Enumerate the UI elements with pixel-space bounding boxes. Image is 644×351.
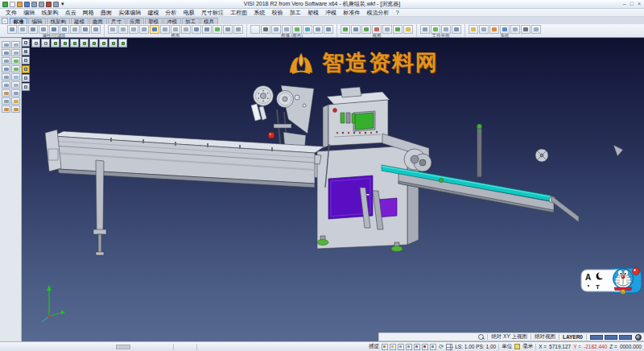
- move-tool-icon[interactable]: [2, 49, 10, 56]
- chamfer-icon[interactable]: [202, 25, 212, 34]
- materials-icon[interactable]: [313, 25, 323, 34]
- toolbar-collapse-button[interactable]: -: [2, 18, 8, 24]
- maximize-button[interactable]: □: [630, 1, 634, 6]
- menu-item[interactable]: 标准件: [340, 9, 363, 17]
- delete-tool-icon[interactable]: [11, 41, 20, 48]
- match-props-icon[interactable]: [18, 25, 27, 34]
- notes-tool-icon[interactable]: [2, 89, 10, 97]
- magnifier-icon[interactable]: [478, 334, 484, 340]
- open-file-icon[interactable]: [17, 2, 23, 7]
- solid-filter-button[interactable]: [22, 65, 30, 73]
- filter-curves-icon[interactable]: [60, 25, 69, 34]
- menu-item[interactable]: 冲模: [322, 9, 340, 17]
- workplane-reset-icon[interactable]: [452, 25, 461, 34]
- spline-icon[interactable]: [171, 25, 180, 34]
- scale-tool-icon[interactable]: [2, 57, 10, 64]
- shaded-mode-icon[interactable]: [250, 25, 260, 34]
- dynamic-section-icon[interactable]: [303, 25, 312, 34]
- arc-icon[interactable]: [139, 25, 149, 34]
- qat-customize-dropdown-icon[interactable]: ▾: [59, 1, 64, 7]
- menu-item[interactable]: 电极: [180, 9, 198, 17]
- rect-icon[interactable]: [150, 25, 159, 34]
- recent-files-icon[interactable]: [53, 2, 59, 7]
- verify-tool-icon[interactable]: [11, 57, 20, 64]
- close-button[interactable]: ×: [638, 1, 641, 6]
- 3d-viewport[interactable]: A 智造资料网: [22, 38, 644, 341]
- check-tool-icon[interactable]: [11, 65, 20, 72]
- ellipse-icon[interactable]: [181, 25, 191, 34]
- database-icon[interactable]: [479, 25, 489, 34]
- menu-item[interactable]: 分析: [163, 9, 180, 17]
- menu-item[interactable]: 塑模: [304, 9, 322, 17]
- toolbar-tab[interactable]: 冲模: [163, 18, 181, 24]
- workplane-color-swatch[interactable]: [590, 335, 603, 340]
- menu-item[interactable]: 尺寸标注: [198, 9, 227, 17]
- snap-measure-icon[interactable]: [430, 344, 436, 350]
- previous-view-icon[interactable]: [403, 25, 413, 34]
- window-layout-icon[interactable]: [500, 25, 510, 34]
- view-status[interactable]: 绝对视图: [535, 333, 555, 341]
- line-icon[interactable]: [118, 25, 128, 34]
- toolbar-tab[interactable]: 模具: [200, 18, 218, 24]
- filter-edges-icon[interactable]: [49, 25, 59, 34]
- minimize-button[interactable]: –: [623, 1, 626, 6]
- active-layer-label[interactable]: LAYER0: [563, 334, 583, 340]
- toolbar-tab[interactable]: 建模: [71, 18, 89, 24]
- section-tool-icon[interactable]: [11, 81, 20, 89]
- menu-item[interactable]: 系统: [250, 9, 268, 17]
- toolbar-tab[interactable]: 塑模: [145, 18, 163, 24]
- copy-tool-icon[interactable]: [2, 73, 10, 81]
- wireframe-mode-icon[interactable]: [271, 25, 281, 34]
- menu-item[interactable]: 工程图: [227, 9, 250, 17]
- front-view-button[interactable]: [70, 39, 79, 47]
- graphics-list-button[interactable]: [22, 39, 30, 47]
- select-props-icon[interactable]: [7, 25, 17, 34]
- menu-item[interactable]: 校验: [268, 9, 286, 17]
- workplane-3pt-icon[interactable]: [441, 25, 451, 34]
- menu-item[interactable]: 网格: [80, 9, 97, 17]
- menu-item[interactable]: 加工: [287, 9, 304, 17]
- toolbar-tab[interactable]: 标准: [10, 18, 27, 24]
- measure-tool-icon[interactable]: [2, 81, 10, 89]
- layer-manager-icon[interactable]: [469, 25, 478, 34]
- top-view-button[interactable]: [60, 39, 69, 47]
- rotate-tool-icon[interactable]: [11, 49, 20, 56]
- help-system-icon[interactable]: [510, 25, 520, 34]
- print-icon[interactable]: [39, 2, 44, 7]
- render-tool-icon[interactable]: [11, 105, 20, 113]
- zoom-out-icon[interactable]: [372, 25, 382, 34]
- pan-icon[interactable]: [382, 25, 392, 34]
- settings-icon[interactable]: [489, 25, 499, 34]
- toolbar-tab[interactable]: 编辑: [28, 18, 46, 24]
- groups-tool-icon[interactable]: [11, 89, 20, 97]
- menu-item[interactable]: 建模: [144, 9, 162, 17]
- body-filter-button[interactable]: [22, 83, 30, 91]
- menu-item[interactable]: 曲面: [97, 9, 115, 17]
- library-tool-icon[interactable]: [11, 97, 20, 105]
- save-icon[interactable]: [24, 2, 30, 7]
- save-all-icon[interactable]: [31, 2, 37, 7]
- view-manager-icon[interactable]: [2, 97, 10, 105]
- unit-icon[interactable]: [514, 344, 520, 349]
- plugins-tool-icon[interactable]: [2, 105, 10, 113]
- grid-toggle-icon[interactable]: [446, 344, 452, 350]
- workplane-status[interactable]: 绝对 XY 上视图: [491, 333, 527, 341]
- menu-item[interactable]: 模流分析: [363, 9, 392, 17]
- render-sphere-icon[interactable]: [635, 334, 642, 341]
- workplane-xy-icon[interactable]: [420, 25, 430, 34]
- select-tool-icon[interactable]: [2, 41, 10, 48]
- toolbar-tab[interactable]: 线架构: [47, 18, 70, 24]
- face-filter-button[interactable]: [22, 74, 30, 82]
- wireframe-view-button[interactable]: [41, 39, 50, 47]
- menu-item[interactable]: 文件: [2, 9, 20, 17]
- rotate-view-icon[interactable]: [393, 25, 402, 34]
- menu-item[interactable]: 编辑: [20, 9, 38, 17]
- fillet-icon[interactable]: [192, 25, 201, 34]
- right-view-button[interactable]: [99, 39, 108, 47]
- menu-item[interactable]: 线架构: [38, 9, 61, 17]
- menu-item[interactable]: 点云: [62, 9, 80, 17]
- layers-tool-icon[interactable]: [11, 73, 20, 81]
- trim-icon[interactable]: [213, 25, 222, 34]
- snap-grid-icon[interactable]: [382, 344, 388, 350]
- polygon-icon[interactable]: [160, 25, 170, 34]
